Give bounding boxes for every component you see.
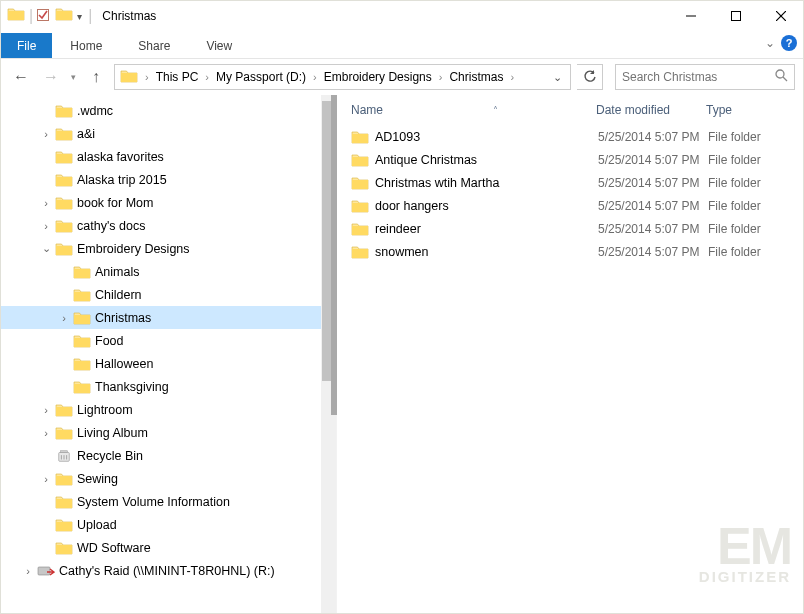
ribbon-tab-home[interactable]: Home: [52, 33, 120, 58]
column-date[interactable]: Date modified: [596, 103, 706, 117]
item-type: File folder: [708, 176, 788, 190]
tree-node-label: alaska favorites: [77, 150, 164, 164]
breadcrumb-sep-icon[interactable]: ›: [200, 71, 214, 83]
folder-icon: [351, 245, 369, 259]
ribbon-file-tab[interactable]: File: [1, 33, 52, 58]
search-box[interactable]: [615, 64, 795, 90]
tree-node-label: Sewing: [77, 472, 118, 486]
folder-icon: [55, 173, 73, 187]
body: .wdmca&ialaska favoritesAlaska trip 2015…: [1, 95, 803, 613]
help-icon[interactable]: ?: [781, 35, 797, 51]
tree-twisty-icon[interactable]: [39, 473, 53, 485]
ribbon-tab-share[interactable]: Share: [120, 33, 188, 58]
tree-node[interactable]: Thanksgiving: [1, 375, 336, 398]
tree-twisty-icon[interactable]: [39, 197, 53, 209]
breadcrumb-sep-icon[interactable]: ›: [140, 71, 154, 83]
tree-node[interactable]: Lightroom: [1, 398, 336, 421]
tree-node[interactable]: Childern: [1, 283, 336, 306]
folder-icon: [73, 288, 91, 302]
breadcrumb-sep-icon[interactable]: ›: [308, 71, 322, 83]
maximize-button[interactable]: [713, 1, 758, 31]
tree-node[interactable]: Alaska trip 2015: [1, 168, 336, 191]
tree-node[interactable]: .wdmc: [1, 99, 336, 122]
item-name: door hangers: [375, 199, 598, 213]
column-type[interactable]: Type: [706, 103, 776, 117]
search-icon[interactable]: [775, 69, 788, 85]
tree-node[interactable]: WD Software: [1, 536, 336, 559]
nav-up-button[interactable]: ↑: [84, 65, 108, 89]
folder-icon: [73, 357, 91, 371]
tree-node-label: .wdmc: [77, 104, 113, 118]
nav-back-button[interactable]: ←: [9, 65, 33, 89]
svg-line-9: [783, 77, 787, 81]
tree-node[interactable]: alaska favorites: [1, 145, 336, 168]
nav-forward-button[interactable]: →: [39, 65, 63, 89]
tree-twisty-icon[interactable]: [57, 312, 71, 324]
folder-icon: [55, 495, 73, 509]
tree-node[interactable]: cathy's docs: [1, 214, 336, 237]
list-item[interactable]: Antique Christmas5/25/2014 5:07 PMFile f…: [337, 148, 803, 171]
item-date: 5/25/2014 5:07 PM: [598, 199, 708, 213]
refresh-button[interactable]: [577, 64, 603, 90]
list-item[interactable]: reindeer5/25/2014 5:07 PMFile folder: [337, 217, 803, 240]
tree-node-label: Animals: [95, 265, 139, 279]
tree-twisty-icon[interactable]: [39, 242, 53, 255]
breadcrumb-item[interactable]: My Passport (D:): [214, 70, 308, 84]
qat-folder-icon[interactable]: [55, 7, 73, 25]
tree-node[interactable]: System Volume Information: [1, 490, 336, 513]
tree-node[interactable]: Recycle Bin: [1, 444, 336, 467]
list-item[interactable]: Christmas wtih Martha5/25/2014 5:07 PMFi…: [337, 171, 803, 194]
tree-node[interactable]: Embroidery Designs: [1, 237, 336, 260]
qat-separator: |: [29, 7, 33, 25]
breadcrumb-root-icon[interactable]: [120, 69, 138, 86]
tree-node-label: Childern: [95, 288, 142, 302]
tree-twisty-icon[interactable]: [39, 427, 53, 439]
column-name[interactable]: Name ˄: [351, 103, 596, 117]
tree-node[interactable]: Food: [1, 329, 336, 352]
qat-dropdown-icon[interactable]: ▾: [77, 11, 82, 22]
folder-icon: [351, 199, 369, 213]
breadcrumb-item[interactable]: This PC: [154, 70, 201, 84]
list-item[interactable]: snowmen5/25/2014 5:07 PMFile folder: [337, 240, 803, 263]
svg-rect-5: [731, 12, 740, 21]
tree-twisty-icon[interactable]: [39, 404, 53, 416]
tree-node[interactable]: Living Album: [1, 421, 336, 444]
tree-node[interactable]: Animals: [1, 260, 336, 283]
qat-divider: |: [88, 7, 92, 25]
tree-node[interactable]: a&i: [1, 122, 336, 145]
item-type: File folder: [708, 222, 788, 236]
navigation-tree[interactable]: .wdmca&ialaska favoritesAlaska trip 2015…: [1, 95, 336, 613]
close-button[interactable]: [758, 1, 803, 31]
tree-node[interactable]: Sewing: [1, 467, 336, 490]
item-name: AD1093: [375, 130, 598, 144]
list-item[interactable]: AD10935/25/2014 5:07 PMFile folder: [337, 125, 803, 148]
minimize-button[interactable]: [668, 1, 713, 31]
tree-node[interactable]: Christmas: [1, 306, 336, 329]
search-input[interactable]: [622, 70, 775, 84]
breadcrumb-sep-icon[interactable]: ›: [505, 71, 519, 83]
tree-node[interactable]: Cathy's Raid (\\MININT-T8R0HNL) (R:): [1, 559, 336, 582]
breadcrumb-item[interactable]: Embroidery Designs: [322, 70, 434, 84]
breadcrumb[interactable]: › This PC › My Passport (D:) › Embroider…: [114, 64, 571, 90]
watermark-line1: EM: [699, 523, 791, 570]
tree-node[interactable]: book for Mom: [1, 191, 336, 214]
tree-twisty-icon[interactable]: [39, 128, 53, 140]
tree-node[interactable]: Halloween: [1, 352, 336, 375]
tree-node-label: WD Software: [77, 541, 151, 555]
folder-icon: [55, 242, 73, 256]
tree-twisty-icon[interactable]: [21, 565, 35, 577]
breadcrumb-item[interactable]: Christmas: [447, 70, 505, 84]
folder-icon: [55, 219, 73, 233]
breadcrumb-dropdown-icon[interactable]: ⌄: [553, 71, 568, 84]
tree-node[interactable]: Upload: [1, 513, 336, 536]
title-bar: | ▾ | Christmas: [1, 1, 803, 31]
nav-history-dropdown[interactable]: ▾: [71, 72, 76, 82]
ribbon-expand-icon[interactable]: ⌄: [765, 36, 775, 50]
content-splitter[interactable]: [331, 95, 337, 415]
list-item[interactable]: door hangers5/25/2014 5:07 PMFile folder: [337, 194, 803, 217]
column-name-label: Name: [351, 103, 383, 117]
ribbon-tab-view[interactable]: View: [188, 33, 250, 58]
tree-twisty-icon[interactable]: [39, 220, 53, 232]
qat-properties-icon[interactable]: [37, 7, 51, 25]
breadcrumb-sep-icon[interactable]: ›: [434, 71, 448, 83]
